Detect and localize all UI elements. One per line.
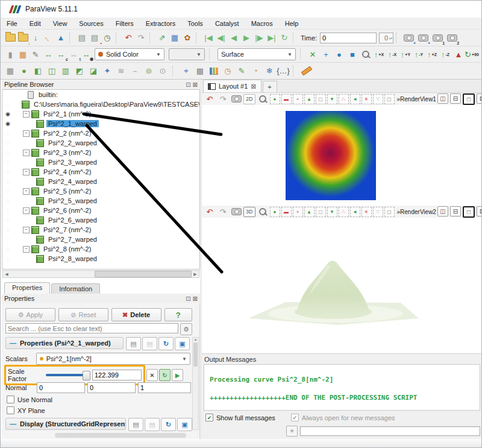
play-scale-icon[interactable]: ▶ [172,369,183,381]
display-section-header[interactable]: —Display (StructuredGridRepresentatio [5,418,126,430]
visibility-eye-icon[interactable]: ◉ [2,111,13,117]
slice-icon[interactable]: ◫ [46,65,58,77]
threshold-icon[interactable]: ◩ [74,65,86,77]
pipeline-item-file[interactable]: ◌C:\Users\maria.figueira\Desktop\ParaVie… [2,99,199,109]
visibility-eye-icon[interactable]: ◌ [2,169,13,175]
interactive-select-cells-icon[interactable]: ∴ [339,94,349,104]
scale-factor-slider[interactable] [46,374,89,376]
camera-view-2-icon[interactable]: 2 [446,32,458,44]
expander-icon[interactable]: − [23,150,30,156]
undo-icon[interactable]: ↶ [122,32,134,44]
rescale-custom-range-icon[interactable]: ↔c [55,48,67,60]
toggle-2d-3d-button[interactable]: 3D [243,207,255,217]
close-view-icon[interactable]: ⊠ [477,93,482,104]
select-surface-points-icon[interactable]: ● [270,94,280,104]
plot-over-time-icon[interactable]: ◷ [222,65,234,77]
pipeline-item-psi2[interactable]: ◌−Psi^2_2 (nm^-2) [2,128,199,138]
select-surface-points-icon[interactable]: ● [270,207,280,217]
representation-dropdown[interactable]: Surface▼ [218,48,296,60]
pipeline-item-psi1[interactable]: ◉−Psi^2_1 (nm^-2) [2,109,199,119]
extract-subset-icon[interactable]: ◪ [87,65,99,77]
rotate-90-icon[interactable]: ↻+90 [466,48,478,60]
close-view-icon[interactable]: ⊠ [477,206,482,216]
extract-selection-icon[interactable]: ▩ [194,65,206,77]
zoom-to-data-icon[interactable]: + [320,48,332,60]
pipeline-item-psi8-warped[interactable]: ◌Psi^2_8_warped [2,254,199,263]
vcr-last-frame-icon[interactable]: ▶| [266,32,278,44]
use-normal-checkbox[interactable] [7,396,14,403]
visibility-eye-icon[interactable]: ◌ [2,159,13,165]
visibility-eye-icon[interactable]: ◌ [2,140,13,146]
scale-factor-input[interactable] [92,370,142,380]
pipeline-item-builtin[interactable]: builtin: [2,90,199,99]
zoom-box-icon[interactable] [257,93,269,105]
pipeline-item-psi6[interactable]: ◌−Psi^2_6 (nm^-2) [2,206,199,215]
search-options-gear-icon[interactable]: ⚙ [180,323,192,335]
visibility-eye-icon[interactable]: ◌ [2,207,13,213]
undock-panel-icon[interactable]: ⊡ [186,295,190,302]
view-minus-x-icon[interactable]: ↑-X [386,48,398,60]
split-horizontal-icon[interactable]: ◫ [437,206,448,216]
plot-selection-over-time-icon[interactable]: ◔ [249,65,261,77]
save-defaults-icon[interactable]: ▣ [175,337,190,350]
pipeline-item-psi3-warped[interactable]: ◌Psi^2_3_warped [2,157,199,167]
renderview1-viewport[interactable] [202,105,482,206]
visibility-eye-icon[interactable]: ◉ [2,121,13,127]
select-frustum-points-icon[interactable]: + [293,207,303,217]
visibility-eye-icon[interactable]: ◌ [2,150,13,156]
time-input[interactable] [320,33,377,43]
expander-icon[interactable]: − [23,227,30,233]
maximize-view-icon[interactable]: □ [463,93,475,105]
menu-item-catalyst[interactable]: Catalyst [215,20,239,27]
expander-icon[interactable]: − [23,169,30,175]
expander-icon[interactable]: − [23,111,30,118]
select-frustum-points-icon[interactable]: + [293,94,303,104]
camera-undo-icon[interactable]: ↶ [204,93,216,105]
undock-panel-icon[interactable]: ⊡ [186,81,190,88]
camera-view-1-icon[interactable]: 1 [431,32,443,44]
select-surface-cells-icon[interactable]: ▬ [281,207,292,217]
search-input[interactable] [5,323,178,333]
visibility-eye-icon[interactable]: ◌ [2,217,13,223]
expander-icon[interactable]: − [23,188,30,195]
paste-display-icon[interactable]: ▤ [145,418,160,431]
apply-button[interactable]: ⚙Apply [5,308,55,321]
programmable-filter-icon[interactable]: {…} [277,65,289,77]
rescale-data-range-icon[interactable]: ↔ [42,48,54,60]
extract-icon[interactable]: ⇗ [156,32,168,44]
interactive-select-cells-icon[interactable]: ∴ [339,207,349,217]
pipeline-item-psi8[interactable]: ◌−Psi^2_8 (nm^-2) [2,244,199,254]
disconnect-server-icon[interactable]: ▤• [89,32,101,44]
rescale-visible-range-icon[interactable]: ↔◉ [80,48,92,60]
reset-orientation-icon[interactable]: ▲ [452,48,465,60]
visibility-eye-icon[interactable]: ◌ [2,101,13,107]
save-display-defaults-icon[interactable]: ▣ [177,418,192,431]
select-polygon-cells-icon[interactable]: ▼ [327,94,337,104]
capture-view-icon[interactable] [230,206,242,218]
pipeline-item-psi4-warped[interactable]: ◌Psi^2_4_warped [2,177,199,186]
add-layout-tab[interactable]: + [263,81,277,92]
close-panel-icon[interactable]: ⊠ [193,81,198,88]
select-frustum-cells-icon[interactable]: ▲ [304,207,315,217]
warp-by-scalar-icon[interactable]: ⌢ [129,65,141,77]
split-vertical-icon[interactable]: ⊟ [450,206,461,216]
contour-icon[interactable]: ● [18,65,30,77]
abort-icon[interactable]: ✳ [286,426,298,437]
select-surface-cells-icon[interactable]: ▬ [281,94,292,104]
glyph-with-custom-source-icon[interactable]: ❄ [263,65,275,77]
plot-over-line-icon[interactable]: ✎ [236,65,248,77]
menu-item-sources[interactable]: Sources [79,20,103,27]
copy-display-icon[interactable]: ▤ [128,418,143,431]
pipeline-item-psi7[interactable]: ◌−Psi^2_7 (nm^-2) [2,225,199,235]
reload-properties-icon[interactable]: ↻ [158,337,174,350]
xy-plane-checkbox[interactable] [7,406,14,414]
visibility-eye-icon[interactable]: ◌ [2,178,13,185]
menu-item-view[interactable]: View [53,20,67,27]
visibility-eye-icon[interactable]: ◌ [2,236,13,242]
normal-z-input[interactable] [138,382,191,393]
layout-tab[interactable]: Layout #1 ⊠ [203,80,261,92]
help-button[interactable]: ? [164,308,192,321]
menu-item-edit[interactable]: Edit [30,20,41,27]
scroll-right-icon[interactable]: ▶ [192,272,199,277]
properties-horizontal-scrollbar[interactable] [55,433,186,438]
